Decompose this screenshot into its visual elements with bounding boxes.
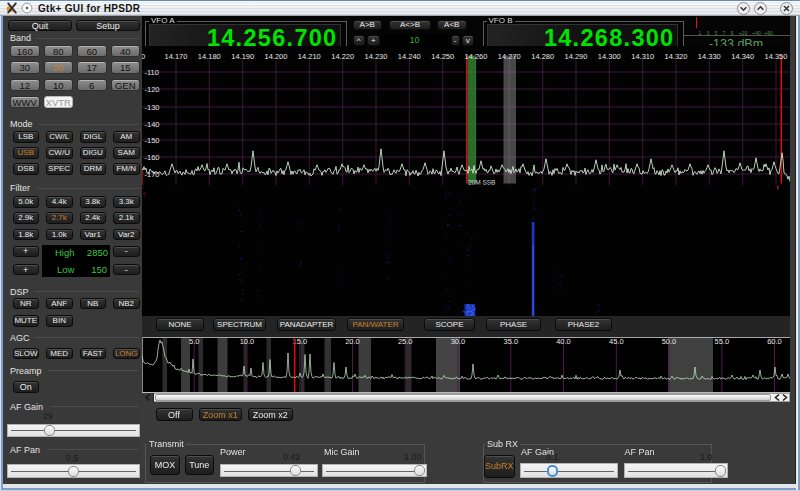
- svg-text:10.0: 10.0: [240, 337, 255, 346]
- svg-text:14.280: 14.280: [531, 52, 554, 61]
- svg-text:20M SSB: 20M SSB: [468, 179, 495, 186]
- svg-text:30.0: 30.0: [451, 337, 466, 346]
- svg-text:14.220: 14.220: [331, 52, 354, 61]
- svg-text:55.0: 55.0: [714, 337, 729, 346]
- svg-text:35.0: 35.0: [503, 337, 518, 346]
- svg-text:50.0: 50.0: [662, 337, 677, 346]
- svg-text:14.210: 14.210: [298, 52, 321, 61]
- svg-text:-150: -150: [145, 136, 160, 145]
- svg-text:14.320: 14.320: [665, 52, 688, 61]
- svg-text:14.170: 14.170: [165, 52, 188, 61]
- svg-text:20.0: 20.0: [345, 337, 360, 346]
- svg-text:14.340: 14.340: [731, 52, 754, 61]
- svg-text:-110: -110: [145, 68, 159, 77]
- svg-text:14.260: 14.260: [465, 52, 488, 61]
- svg-text:14.330: 14.330: [698, 52, 721, 61]
- svg-text:45.0: 45.0: [609, 337, 624, 346]
- svg-text:14.350: 14.350: [765, 52, 788, 61]
- svg-text:25.0: 25.0: [398, 337, 413, 346]
- svg-text:60.0: 60.0: [767, 337, 782, 346]
- svg-text:40.0: 40.0: [556, 337, 571, 346]
- svg-text:14.230: 14.230: [365, 52, 388, 61]
- svg-text:14.250: 14.250: [431, 52, 454, 61]
- svg-text:14.270: 14.270: [498, 52, 521, 61]
- svg-text:5.0: 5.0: [189, 337, 199, 346]
- svg-text:14.190: 14.190: [231, 52, 254, 61]
- svg-text:14.300: 14.300: [598, 52, 621, 61]
- svg-text:0: 0: [142, 52, 145, 61]
- svg-text:14.200: 14.200: [265, 52, 288, 61]
- svg-text:14.290: 14.290: [565, 52, 588, 61]
- svg-text:-120: -120: [145, 85, 160, 94]
- svg-text:14.240: 14.240: [398, 52, 421, 61]
- svg-text:14.310: 14.310: [631, 52, 654, 61]
- svg-text:-140: -140: [145, 120, 160, 129]
- svg-text:-130: -130: [145, 103, 160, 112]
- svg-text:-160: -160: [145, 153, 160, 162]
- svg-text:14.180: 14.180: [198, 52, 221, 61]
